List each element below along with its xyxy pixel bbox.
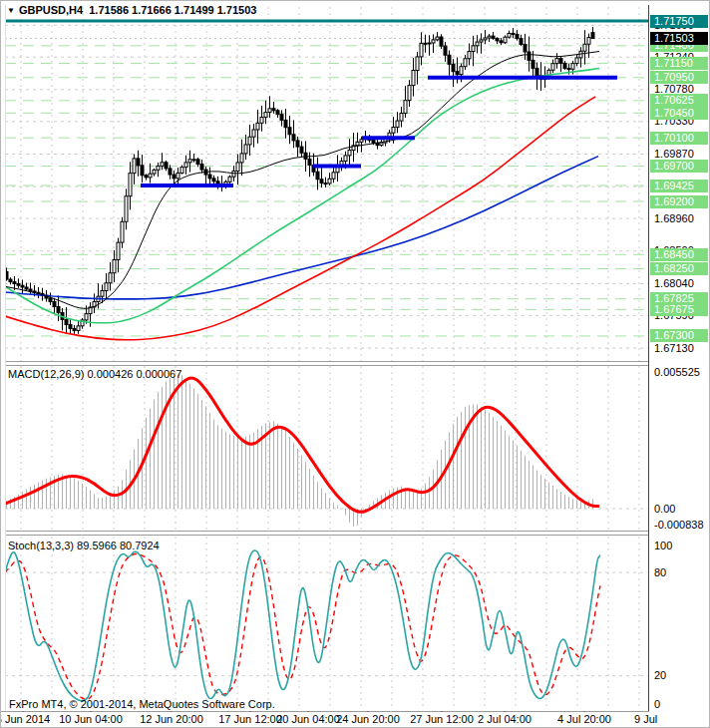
candle-body	[400, 114, 403, 122]
stoch-name: Stoch(13,3,3)	[8, 540, 74, 551]
stoch-indicator-label: Stoch(13,3,3) 89.5966 80.7924	[8, 540, 160, 552]
candle-body	[73, 328, 76, 330]
candle-body	[571, 64, 574, 70]
ohlc-values: 1.71586 1.71666 1.71499 1.71503	[89, 4, 256, 16]
candle-body	[212, 179, 215, 182]
candle-body	[316, 172, 319, 180]
stoch-k-line	[5, 550, 600, 701]
candle-body	[188, 160, 191, 163]
stoch-pane	[5, 537, 648, 710]
price-level-label: 1.69700	[650, 160, 708, 173]
candle-body	[21, 285, 24, 287]
candle-body	[232, 172, 235, 178]
macd-indicator-label: MACD(12,26,9) 0.000426 0.000067	[8, 368, 181, 381]
candle-body	[264, 113, 267, 118]
chart-title: ▼GBPUSD,H4 1.71586 1.71666 1.71499 1.715…	[7, 4, 256, 17]
candle-body	[228, 177, 231, 182]
candle-body	[563, 63, 566, 68]
candle-body	[208, 175, 211, 179]
candle-body	[300, 147, 303, 153]
chart-canvas[interactable]	[1, 1, 710, 728]
stoch-axis-label: 0	[650, 698, 708, 711]
candle-body	[436, 37, 439, 40]
price-level-label: 1.70625	[650, 94, 708, 107]
ma-green-line	[5, 69, 599, 323]
candle-body	[85, 314, 88, 320]
candle-body	[29, 289, 32, 291]
price-level-label: 1.67300	[650, 329, 708, 342]
price-level-label: 1.68450	[650, 248, 708, 261]
candle-body	[53, 302, 56, 307]
candle-body	[244, 145, 247, 154]
time-axis-label: 17 Jun 12:00	[218, 713, 282, 725]
candle-body	[424, 43, 427, 44]
candle-body	[472, 46, 475, 52]
candle-body	[196, 160, 199, 165]
macd-axis-label: -0.000838	[650, 519, 708, 532]
candle-body	[157, 167, 160, 171]
candle-body	[173, 175, 176, 179]
mt4-chart-window: ▼GBPUSD,H4 1.71586 1.71666 1.71499 1.715…	[0, 0, 710, 728]
candle-body	[404, 101, 407, 114]
candle-body	[77, 326, 80, 331]
candle-body	[69, 324, 72, 328]
candle-body	[324, 183, 327, 184]
price-level-label: 1.71150	[650, 57, 708, 70]
time-axis-label: 27 Jun 12:00	[410, 713, 474, 725]
candle-body	[520, 39, 523, 45]
price-level-label: 1.69425	[650, 180, 708, 192]
time-axis-label: 5 Jun 2014	[0, 713, 50, 725]
resistance-price-label: 1.71750	[650, 15, 708, 28]
candle-body	[184, 163, 187, 168]
candle-body	[101, 291, 104, 297]
price-level-label: 1.70950	[650, 71, 708, 84]
candle-body	[444, 46, 447, 55]
candle-body	[109, 273, 112, 283]
stoch-d-value: 80.7924	[120, 540, 160, 551]
candle-body	[141, 166, 144, 176]
candle-body	[476, 42, 479, 46]
candle-body	[408, 86, 411, 101]
candle-body	[372, 141, 375, 144]
candle-body	[177, 174, 179, 179]
candle-body	[13, 282, 16, 284]
candle-body	[304, 153, 307, 159]
candle-body	[500, 41, 503, 43]
candle-body	[292, 135, 295, 141]
time-axis-label: 9 Jul 12:00	[634, 713, 684, 728]
candle-body	[492, 36, 495, 38]
candle-body	[428, 43, 431, 44]
candle-body	[496, 38, 499, 40]
candle-body	[280, 115, 283, 121]
candle-body	[440, 37, 443, 46]
price-level-label: 1.67675	[650, 303, 708, 316]
candle-body	[17, 283, 20, 285]
candle-body	[25, 287, 28, 289]
stoch-axis-label: 80	[650, 566, 708, 579]
candle-body	[460, 67, 463, 75]
candle-body	[133, 159, 136, 174]
time-axis-label: 20 Jun 04:00	[276, 713, 340, 725]
macd-axis-label: 0.005525	[650, 366, 708, 379]
candle-body	[535, 68, 538, 75]
symbol-dropdown-icon[interactable]: ▼	[7, 6, 15, 15]
time-axis-label: 2 Jul 04:00	[478, 713, 532, 725]
copyright-text: FxPro MT4, © 2001-2014, MetaQuotes Softw…	[9, 698, 275, 711]
stoch-axis-label: 100	[650, 540, 708, 552]
candle-body	[296, 141, 299, 147]
candle-body	[524, 44, 527, 52]
candle-body	[276, 111, 279, 115]
macd-pane	[5, 366, 648, 531]
candle-body	[9, 279, 12, 282]
candle-body	[216, 182, 219, 183]
macd-signal-value: 0.000067	[136, 368, 181, 380]
ma-blue-line	[5, 157, 598, 299]
candle-body	[236, 163, 239, 172]
candle-body	[344, 156, 347, 162]
candle-body	[49, 298, 52, 302]
candle-body	[105, 283, 108, 291]
candle-body	[392, 128, 395, 134]
candle-body	[559, 59, 562, 64]
candle-body	[432, 40, 435, 43]
candle-body	[480, 40, 483, 42]
